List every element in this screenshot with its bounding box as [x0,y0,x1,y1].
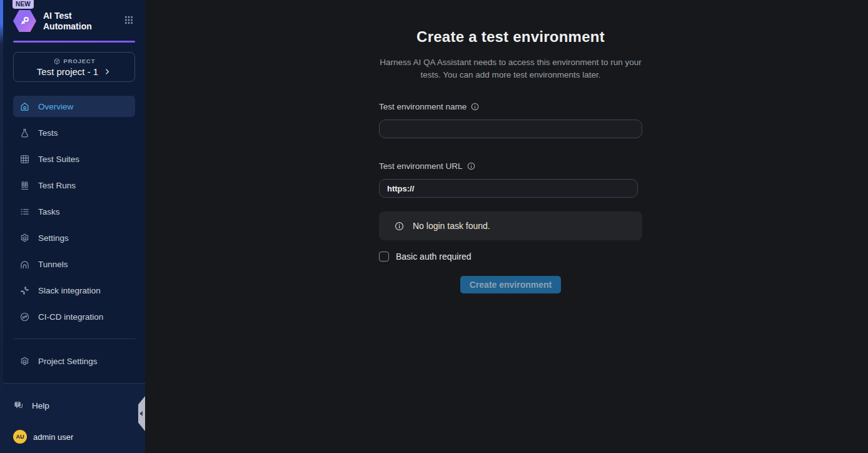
help-label: Help [32,401,49,410]
chevron-right-icon [103,68,111,76]
user-menu[interactable]: AU admin user [13,430,135,444]
sidebar-item-project-settings[interactable]: Project Settings [13,350,135,372]
sidebar-item-test-runs[interactable]: Test Runs [13,175,135,196]
env-url-label: Test environment URL [379,161,642,171]
avatar: AU [13,430,27,444]
cicd-icon [19,312,30,322]
new-badge: NEW [13,0,34,9]
sidebar-divider [13,338,135,339]
no-login-task-notice: No login task found. [379,211,642,240]
page-title: Create a test environment [379,28,642,46]
slack-icon [19,285,30,296]
sidebar-item-label: CI-CD integration [38,312,103,322]
user-name: admin user [33,432,73,442]
svg-text:?: ? [16,402,19,406]
gear-icon [19,356,30,367]
sidebar-item-label: Project Settings [38,357,98,366]
sidebar-spacer [3,372,145,383]
project-kicker-label: PROJECT [64,58,96,64]
test-tubes-icon [19,180,30,191]
sidebar-item-cicd-integration[interactable]: CI-CD integration [13,306,135,327]
info-icon[interactable] [467,161,476,171]
sidebar-item-slack-integration[interactable]: Slack integration [13,280,135,301]
sidebar-item-overview[interactable]: Overview [13,96,135,117]
sidebar-item-label: Tasks [38,207,60,216]
basic-auth-label: Basic auth required [396,252,472,262]
basic-auth-checkbox-row[interactable]: Basic auth required [379,252,642,262]
sidebar-footer: ? Help AU admin user [3,383,145,453]
help-chat-icon: ? [13,400,24,411]
env-url-label-text: Test environment URL [379,161,463,171]
sidebar-item-label: Test Runs [38,181,76,190]
sidebar-item-settings[interactable]: Settings [13,227,135,248]
table-grid-icon [19,154,30,165]
app-header: AI Test Automation [13,9,135,33]
create-environment-form: Create a test environment Harness AI QA … [379,0,642,293]
help-button[interactable]: ? Help [13,400,135,411]
sidebar-item-test-suites[interactable]: Test Suites [13,148,135,170]
app-title: AI Test Automation [43,11,117,32]
sidebar-item-label: Settings [38,233,69,243]
env-name-label-text: Test environment name [379,102,467,111]
gear-icon [19,233,30,243]
tunnel-icon [19,259,30,270]
sidebar-item-tunnels[interactable]: Tunnels [13,253,135,275]
sidebar-item-tests[interactable]: Tests [13,122,135,143]
sidebar-item-label: Test Suites [38,155,79,164]
main-content: Create a test environment Harness AI QA … [145,0,868,453]
app-logo-icon [13,9,36,33]
env-name-input[interactable] [379,120,642,138]
create-environment-button[interactable]: Create environment [460,276,561,293]
sidebar-secondary-nav: Project Settings [13,350,135,372]
env-name-label: Test environment name [379,102,642,111]
sidebar-item-tasks[interactable]: Tasks [13,201,135,222]
sidebar: NEW AI Test Automation PROJECT [3,0,145,453]
cube-icon [53,58,61,65]
project-name: Test project - 1 [37,66,98,77]
basic-auth-checkbox[interactable] [379,252,389,262]
list-icon [19,206,30,217]
sidebar-nav: Overview Tests Test Suites Test Runs Tas… [13,96,135,327]
notice-text: No login task found. [413,221,490,231]
home-icon [19,101,30,112]
sidebar-item-label: Overview [38,102,73,111]
info-icon[interactable] [470,102,480,111]
info-icon [394,221,405,232]
project-kicker: PROJECT [53,58,96,65]
page-subtitle: Harness AI QA Assistant needs to access … [379,56,642,81]
app-switcher-grid-icon[interactable] [124,15,134,28]
sidebar-item-label: Tests [38,128,58,138]
env-url-input[interactable] [379,179,638,198]
brand-divider [13,41,135,43]
flask-icon [19,128,30,138]
sidebar-item-label: Tunnels [38,260,68,269]
project-selector[interactable]: PROJECT Test project - 1 [13,52,135,82]
sidebar-item-label: Slack integration [38,286,101,295]
